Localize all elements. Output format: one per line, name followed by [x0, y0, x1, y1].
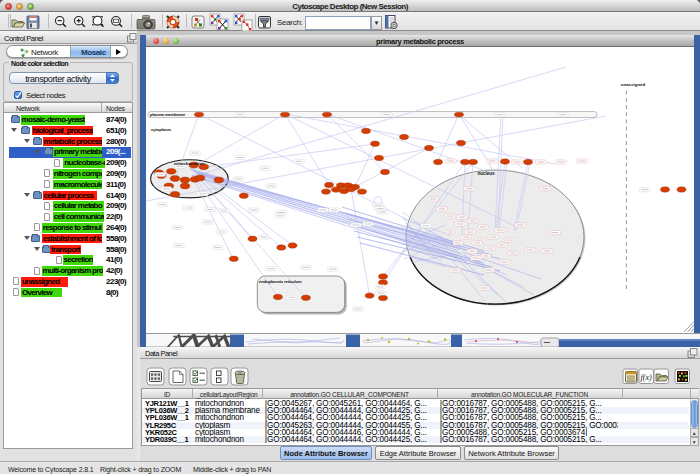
- svg-text:f(x): f(x): [641, 373, 652, 382]
- svg-text:mitochondrion: mitochondrion: [174, 161, 205, 166]
- svg-text:nucleus: nucleus: [477, 171, 495, 176]
- svg-text:unassigned: unassigned: [621, 82, 646, 87]
- svg-text:cytoplasm: cytoplasm: [151, 127, 171, 132]
- svg-text:plasma membrane: plasma membrane: [150, 112, 186, 117]
- svg-text:endoplasmic reticulum: endoplasmic reticulum: [259, 279, 302, 284]
